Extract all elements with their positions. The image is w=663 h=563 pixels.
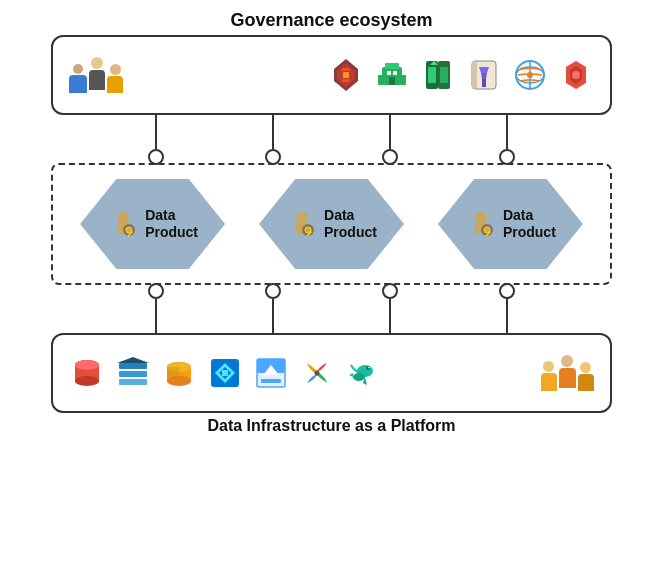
svg-rect-15: [440, 67, 448, 83]
svg-point-61: [315, 371, 320, 376]
hummingbird-icon: [345, 355, 381, 391]
connector-5: [148, 283, 164, 333]
svg-point-27: [117, 212, 129, 224]
connector-1: [148, 115, 164, 165]
svg-rect-44: [119, 371, 147, 377]
svg-rect-7: [387, 71, 391, 75]
svg-point-30: [126, 227, 132, 233]
glue-icon: [374, 57, 410, 93]
svg-point-41: [75, 376, 99, 386]
bottom-connectors-row: [98, 285, 565, 333]
infra-icons-group: [69, 355, 533, 391]
svg-point-65: [368, 367, 370, 369]
connector-7: [382, 283, 398, 333]
svg-rect-11: [400, 75, 406, 85]
svg-rect-45: [119, 379, 147, 385]
data-product-2-icon: [286, 208, 318, 240]
svg-rect-4: [343, 72, 349, 78]
azure-data-lake-icon: [115, 355, 151, 391]
svg-rect-18: [472, 61, 477, 89]
svg-rect-43: [119, 363, 147, 369]
data-product-1-label: DataProduct: [145, 207, 198, 241]
svg-point-38: [484, 227, 490, 233]
svg-marker-20: [481, 73, 487, 79]
svg-point-26: [572, 71, 580, 79]
connector-6: [265, 283, 281, 333]
svg-rect-51: [167, 367, 179, 381]
svg-rect-21: [482, 79, 486, 87]
people-group-icon: [69, 57, 123, 93]
pinwheel-icon: [299, 355, 335, 391]
connector-4: [499, 115, 515, 165]
svg-rect-6: [385, 63, 399, 69]
azure-synapse-icon: [207, 355, 243, 391]
connector-3: [382, 115, 398, 165]
data-product-1-icon: [107, 208, 139, 240]
svg-rect-55: [222, 370, 228, 376]
lambda-icon: [420, 57, 456, 93]
top-connectors-row: [98, 115, 565, 163]
svg-marker-46: [117, 357, 149, 363]
connector-8: [499, 283, 515, 333]
svg-point-35: [475, 212, 487, 224]
data-product-3-icon: [465, 208, 497, 240]
governance-box: [51, 35, 612, 115]
data-product-2: DataProduct: [259, 179, 404, 269]
aws-rds-icon: [69, 355, 105, 391]
svg-rect-8: [393, 71, 397, 75]
svg-rect-59: [261, 379, 281, 383]
data-product-3-label: DataProduct: [503, 207, 556, 241]
main-diagram: Governance ecosystem: [0, 0, 663, 563]
svg-rect-10: [378, 75, 384, 85]
astronomer-icon: [558, 57, 594, 93]
purview-icon: [466, 57, 502, 93]
data-explorer-icon: [512, 57, 548, 93]
svg-rect-14: [428, 67, 436, 83]
svg-point-31: [296, 212, 308, 224]
svg-point-63: [353, 373, 365, 381]
svg-point-25: [527, 72, 533, 78]
svg-point-34: [305, 227, 311, 233]
aws-s3-icon: [161, 355, 197, 391]
data-product-3: DataProduct: [438, 179, 583, 269]
infrastructure-section: Data Infrastructure as a Platform: [51, 333, 612, 435]
svg-point-42: [75, 360, 99, 370]
microsoft-fabric-icon: [253, 355, 289, 391]
data-product-1: DataProduct: [80, 179, 225, 269]
connector-2: [265, 115, 281, 165]
data-products-section: DataProduct DataProduct DataProduct: [51, 163, 612, 285]
governance-section: Governance ecosystem: [51, 10, 612, 115]
infrastructure-box: [51, 333, 612, 413]
redshift-icon: [328, 57, 364, 93]
data-product-2-label: DataProduct: [324, 207, 377, 241]
governance-title: Governance ecosystem: [51, 10, 612, 31]
svg-rect-9: [389, 77, 395, 85]
engineers-icon: [541, 355, 594, 391]
governance-tools-icons: [123, 57, 594, 93]
infrastructure-title: Data Infrastructure as a Platform: [51, 417, 612, 435]
